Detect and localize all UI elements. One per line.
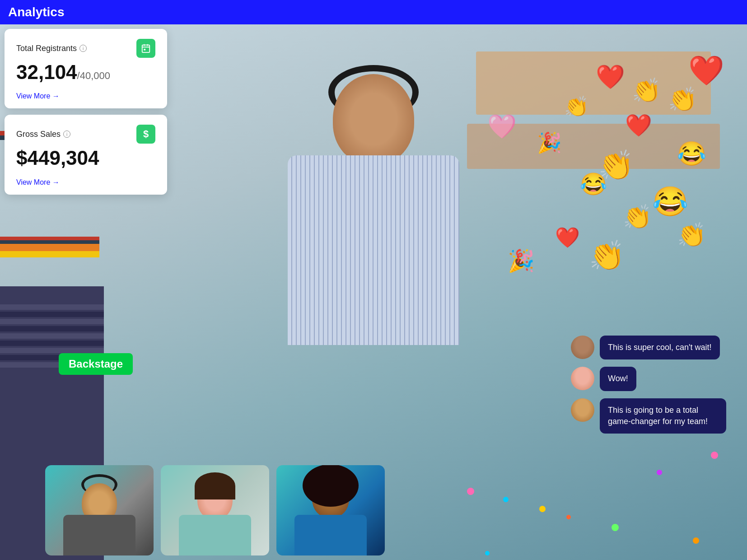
registrants-card: Total Registrants i 32,104/40,000 xyxy=(5,29,167,108)
emoji-heart-3: ❤️ xyxy=(555,228,580,247)
svg-rect-0 xyxy=(142,45,150,53)
main-content: ❤️ 👏 ❤️ 👏 ❤️ 👏 😂 👏 🎉 😂 😂 👏 👏 ❤️ 👏 🎉 🩷 xyxy=(0,24,747,560)
registrants-value: 32,104/40,000 xyxy=(16,61,155,83)
presenter-body xyxy=(288,155,459,345)
presenter-head xyxy=(333,74,414,164)
sales-view-more[interactable]: View More → xyxy=(16,178,60,187)
emoji-party-2: 🎉 xyxy=(508,250,535,272)
confetti-9 xyxy=(711,452,718,459)
presenter-figure xyxy=(261,47,486,354)
room-shelf xyxy=(476,51,711,115)
stripe-7 xyxy=(0,348,104,353)
sales-icon: $ xyxy=(136,125,155,144)
registrants-icon xyxy=(136,39,155,58)
emoji-clap-6: 👏 xyxy=(677,223,706,247)
emoji-clap-5: 👏 xyxy=(623,205,652,229)
chat-avatar-1 xyxy=(571,336,594,359)
backstage-button[interactable]: Backstage xyxy=(59,353,133,375)
chat-bubble-1: This is super cool, can't wait! xyxy=(600,336,720,359)
stripe-1 xyxy=(0,304,104,310)
confetti-3 xyxy=(539,506,546,512)
confetti-4 xyxy=(566,515,571,519)
confetti-area xyxy=(431,425,747,560)
page-title: Analytics xyxy=(8,5,65,19)
room-shelf-lower xyxy=(467,124,720,169)
chat-row-2: Wow! xyxy=(571,367,733,391)
chat-row-1: This is super cool, can't wait! xyxy=(571,336,733,359)
analytics-panels: Total Registrants i 32,104/40,000 xyxy=(5,29,167,201)
emoji-clap-7: 👏 xyxy=(589,241,625,270)
thumbnail-3[interactable] xyxy=(276,465,385,555)
svg-rect-4 xyxy=(144,49,145,51)
stripe-3 xyxy=(0,319,104,324)
registrants-title: Total Registrants i xyxy=(16,44,87,53)
stripe-6 xyxy=(0,341,104,346)
bar-orange xyxy=(0,244,99,251)
stripe-2 xyxy=(0,312,104,317)
sales-value: $449,304 xyxy=(16,147,155,169)
sales-card: Gross Sales i $ $449,304 View More → xyxy=(5,115,167,194)
thumb-body-1 xyxy=(63,515,135,555)
registrants-info-icon[interactable]: i xyxy=(79,45,87,52)
confetti-5 xyxy=(612,524,619,531)
confetti-7 xyxy=(693,537,699,544)
emoji-laugh-2: 😂 xyxy=(652,187,688,216)
stripe-4 xyxy=(0,326,104,331)
thumb-hair-3 xyxy=(308,470,353,501)
chat-bubble-3: This is going to be a total game-changer… xyxy=(600,398,726,434)
chat-panel: This is super cool, can't wait! Wow! Thi… xyxy=(571,336,733,434)
chat-bubble-2: Wow! xyxy=(600,367,636,391)
sales-card-header: Gross Sales i $ xyxy=(16,125,155,144)
registrants-card-header: Total Registrants i xyxy=(16,39,155,58)
bar-yellow xyxy=(0,251,99,257)
header-bar: Analytics xyxy=(0,0,747,24)
emoji-laugh-3: 😂 xyxy=(580,173,607,195)
sales-info-icon[interactable]: i xyxy=(63,131,70,138)
thumb-body-2 xyxy=(179,515,251,555)
chat-avatar-3 xyxy=(571,398,594,422)
confetti-8 xyxy=(485,551,490,555)
thumbnail-2[interactable] xyxy=(161,465,269,555)
sales-label: Gross Sales xyxy=(16,130,61,139)
dollar-icon: $ xyxy=(143,128,149,140)
chat-avatar-2 xyxy=(571,367,594,390)
calendar-icon xyxy=(141,43,151,53)
thumb-hair-2 xyxy=(195,472,235,499)
sales-title: Gross Sales i xyxy=(16,130,70,139)
chat-row-3: This is going to be a total game-changer… xyxy=(571,398,733,434)
confetti-6 xyxy=(657,470,662,475)
bar-dark-2 xyxy=(0,240,99,244)
bottom-thumbnails xyxy=(45,465,385,555)
confetti-2 xyxy=(503,497,509,502)
thumbnail-1[interactable] xyxy=(45,465,154,555)
stripe-5 xyxy=(0,333,104,339)
thumb-body-3 xyxy=(294,515,367,555)
confetti-1 xyxy=(467,488,474,495)
registrants-label: Total Registrants xyxy=(16,44,77,53)
bar-red-2 xyxy=(0,237,99,240)
registrants-view-more[interactable]: View More → xyxy=(16,92,60,100)
